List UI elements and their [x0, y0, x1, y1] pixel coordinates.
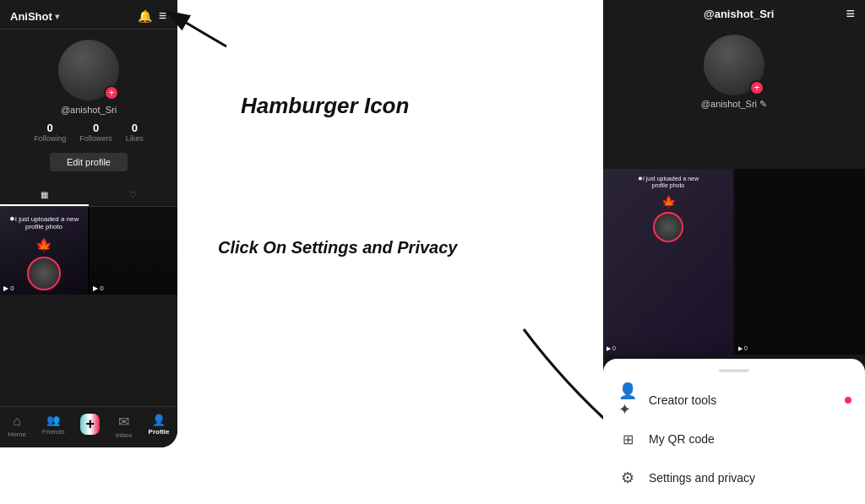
create-icon: +: [80, 414, 100, 435]
left-phone-header: AniShot ▾ 🔔 ≡: [0, 0, 177, 30]
video-thumb-1: ▶ 0: [90, 207, 177, 295]
thumb-avatar: [27, 257, 61, 290]
hamburger-icon[interactable]: ≡: [159, 8, 167, 24]
right-thumb-emoji: 🍁: [603, 195, 733, 209]
thumb-content-0: ✸I just uploaded a newprofile photo 🍁: [0, 207, 88, 295]
tab-videos[interactable]: ▦: [0, 185, 89, 206]
nav-friends-label: Friends: [42, 428, 65, 436]
avatar-wrapper: +: [58, 40, 119, 100]
right-phone-top: @anishot_Sri ≡ + @anishot_Sri ✎: [603, 0, 865, 169]
tab-liked[interactable]: ♡: [89, 185, 177, 206]
drawer-settings-privacy[interactable]: ⚙ Settings and privacy: [603, 458, 865, 497]
right-phone-content: ✸I just uploaded a newprofile photo 🍁 ▶ …: [603, 169, 865, 355]
creator-tools-icon: 👤✦: [618, 391, 637, 409]
edit-profile-button[interactable]: Edit profile: [50, 153, 128, 171]
followers-stat: 0 Followers: [79, 122, 112, 143]
hamburger-annotation: Hamburger Icon: [241, 93, 409, 119]
play-count-1: ▶ 0: [93, 285, 104, 292]
nav-home[interactable]: ⌂ Home: [8, 414, 25, 439]
friends-icon: 👥: [46, 414, 60, 426]
drawer-handle: [719, 369, 749, 372]
right-play-count-0: ▶ 0: [607, 345, 616, 352]
right-avatar-add[interactable]: +: [749, 80, 764, 95]
profile-area: + @anishot_Sri 0 Following 0 Followers 0…: [0, 30, 177, 185]
right-thumb-text: ✸I just uploaded a newprofile photo: [603, 169, 733, 195]
right-profile-area: + @anishot_Sri ✎: [603, 28, 865, 117]
play-count-0: ▶ 0: [3, 285, 14, 292]
video-grid: ✸I just uploaded a newprofile photo 🍁 ▶ …: [0, 207, 177, 295]
right-handle: @anishot_Sri ✎: [701, 99, 767, 110]
settings-privacy-label: Settings and privacy: [649, 471, 755, 485]
right-phone-mockup: @anishot_Sri ≡ + @anishot_Sri ✎ ✸I just …: [603, 0, 865, 504]
nav-inbox-label: Inbox: [116, 431, 133, 439]
settings-drawer: 👤✦ Creator tools ⊞ My QR code ⚙ Settings…: [603, 359, 865, 504]
creator-tools-label: Creator tools: [649, 393, 716, 407]
left-phone-mockup: AniShot ▾ 🔔 ≡ + @anishot_Sri 0 Following…: [0, 0, 177, 447]
right-hamburger-icon[interactable]: ≡: [846, 5, 855, 23]
grid-cell-1[interactable]: ▶ 0: [90, 207, 177, 295]
nav-inbox[interactable]: ✉ Inbox: [116, 414, 133, 439]
right-grid-0[interactable]: ✸I just uploaded a newprofile photo 🍁 ▶ …: [603, 169, 733, 355]
following-stat: 0 Following: [34, 122, 66, 143]
qr-code-icon: ⊞: [618, 430, 637, 448]
nav-profile[interactable]: 👤 Profile: [149, 414, 170, 439]
stats-row: 0 Following 0 Followers 0 Likes: [34, 115, 144, 149]
nav-home-label: Home: [8, 431, 25, 438]
drawer-creator-tools[interactable]: 👤✦ Creator tools: [603, 381, 865, 420]
profile-icon: 👤: [152, 414, 166, 426]
likes-stat: 0 Likes: [126, 122, 144, 143]
chevron-icon: ▾: [55, 12, 59, 21]
thumb-emoji: 🍁: [35, 237, 52, 253]
nav-profile-label: Profile: [149, 428, 170, 436]
right-thumb-avatar: [653, 212, 683, 242]
home-icon: ⌂: [13, 414, 21, 429]
right-play-count-1: ▶ 0: [738, 345, 748, 352]
profile-tabs: ▦ ♡: [0, 185, 177, 207]
grid-cell-0[interactable]: ✸I just uploaded a newprofile photo 🍁 ▶ …: [0, 207, 88, 295]
left-username: AniShot ▾: [10, 10, 59, 23]
right-username: @anishot_Sri: [704, 8, 774, 20]
bottom-nav: ⌂ Home 👥 Friends + ✉ Inbox 👤 Profile: [0, 406, 177, 447]
avatar-add-button[interactable]: +: [104, 85, 119, 100]
settings-icon: ⚙: [618, 469, 637, 487]
settings-annotation: Click On Settings and Privacy: [218, 236, 505, 258]
right-grid-1[interactable]: ▶ 0: [735, 169, 865, 355]
right-phone-header: @anishot_Sri ≡: [603, 0, 865, 28]
notification-icon[interactable]: 🔔: [138, 9, 152, 23]
handle-label: @anishot_Sri: [61, 105, 117, 115]
right-video-grid: ✸I just uploaded a newprofile photo 🍁 ▶ …: [603, 169, 865, 355]
notification-dot: [845, 397, 851, 404]
nav-create[interactable]: +: [80, 414, 100, 439]
inbox-icon: ✉: [118, 414, 129, 430]
video-thumb-0: ✸I just uploaded a newprofile photo 🍁 ▶ …: [0, 207, 88, 295]
thumb-caption: ✸I just uploaded a newprofile photo: [6, 212, 83, 234]
right-avatar-wrapper: +: [704, 35, 764, 95]
drawer-qr-code[interactable]: ⊞ My QR code: [603, 420, 865, 458]
qr-code-label: My QR code: [649, 432, 715, 446]
header-icons: 🔔 ≡: [138, 8, 167, 24]
nav-friends[interactable]: 👥 Friends: [42, 414, 65, 439]
